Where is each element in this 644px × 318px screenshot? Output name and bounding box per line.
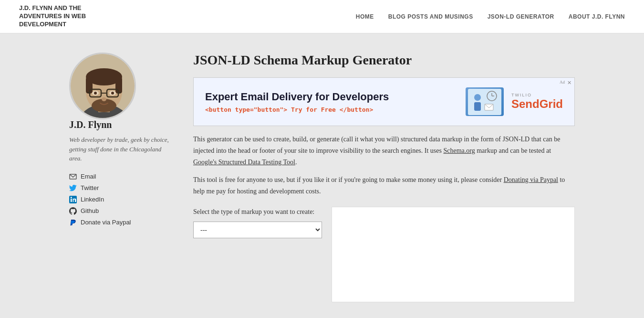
schema-org-link[interactable]: Schema.org	[443, 147, 475, 154]
github-icon	[69, 207, 77, 215]
svg-rect-20	[71, 199, 72, 202]
main-content: JSON-LD Schema Markup Generator Ad ✕ Exp…	[193, 53, 575, 302]
page-wrapper: J.D. Flynn Web developer by trade, geek …	[60, 33, 584, 318]
sendgrid-logo: TWILIO SendGrid	[511, 93, 563, 111]
sidebar-link-email: Email	[69, 173, 174, 180]
email-link[interactable]: Email	[81, 173, 96, 180]
sendgrid-name-grid: Grid	[540, 97, 563, 110]
ad-button-code-close: </button>	[340, 106, 373, 113]
sidebar-link-twitter: Twitter	[69, 184, 174, 192]
ad-right: TWILIO SendGrid	[466, 87, 563, 116]
generator-area: Select the type of markup you want to cr…	[193, 207, 575, 302]
sidebar-author-name: J.D. Flynn	[69, 119, 174, 130]
ad-button-code-open: <button type="button">	[205, 106, 287, 113]
ad-banner: Ad ✕ Expert Email Delivery for Developer…	[193, 77, 575, 126]
ad-try-label: Try for Free	[291, 106, 336, 113]
svg-point-17	[102, 97, 106, 101]
ad-illustration	[466, 87, 504, 116]
ad-headline: Expert Email Delivery for Developers	[205, 91, 389, 103]
page-title: JSON-LD Schema Markup Generator	[193, 53, 575, 68]
description-paragraph-1: This generator can be used to create, bu…	[193, 134, 575, 168]
github-link[interactable]: Github	[81, 207, 99, 214]
markup-type-label-text: Select the type of markup you want to cr…	[193, 208, 314, 215]
ad-button-code: <button type="button"> Try for Free </bu…	[205, 106, 389, 113]
sidebar-links: Email Twitter	[69, 173, 174, 226]
markup-type-label: Select the type of markup you want to cr…	[193, 207, 322, 217]
main-nav: HOME BLOG POSTS AND MUSINGS JSON-LD GENE…	[356, 13, 625, 20]
nav-blog[interactable]: BLOG POSTS AND MUSINGS	[388, 13, 473, 20]
donate-paypal-link[interactable]: Donating via Paypal	[504, 176, 558, 183]
email-icon	[69, 173, 77, 180]
svg-point-26	[474, 94, 481, 101]
svg-point-16	[111, 92, 114, 95]
sidebar-link-github: Github	[69, 207, 174, 215]
sidebar-link-linkedin: LinkedIn	[69, 196, 174, 203]
linkedin-link[interactable]: LinkedIn	[81, 196, 104, 203]
ad-close-icon[interactable]: ✕	[567, 80, 571, 86]
svg-point-21	[71, 197, 72, 198]
description-paragraph-2: This tool is free for anyone to use, but…	[193, 174, 575, 197]
linkedin-icon	[69, 196, 77, 203]
sidebar: J.D. Flynn Web developer by trade, geek …	[69, 53, 174, 302]
site-header: J.D. FLYNN AND THE ADVENTURES IN WEB DEV…	[0, 0, 644, 33]
nav-home[interactable]: HOME	[356, 13, 374, 20]
sendgrid-twilio: TWILIO	[511, 93, 532, 97]
ad-left: Expert Email Delivery for Developers <bu…	[205, 91, 389, 113]
twitter-link[interactable]: Twitter	[81, 184, 99, 191]
paypal-link[interactable]: Donate via Paypal	[81, 219, 131, 226]
generator-left: Select the type of markup you want to cr…	[193, 207, 322, 302]
sidebar-bio: Web developer by trade, geek by choice, …	[69, 135, 174, 163]
sidebar-link-paypal: Donate via Paypal	[69, 219, 174, 226]
avatar	[69, 53, 136, 119]
markup-type-select[interactable]: ---	[193, 222, 322, 238]
sendgrid-name: SendGrid	[511, 97, 563, 111]
generator-output	[332, 207, 575, 302]
twitter-icon	[69, 184, 77, 192]
nav-about[interactable]: ABOUT J.D. FLYNN	[569, 13, 625, 20]
site-title: J.D. FLYNN AND THE ADVENTURES IN WEB DEV…	[19, 4, 105, 29]
svg-rect-27	[474, 102, 481, 111]
svg-rect-22	[468, 89, 501, 115]
nav-jsonld[interactable]: JSON-LD GENERATOR	[488, 13, 554, 20]
sendgrid-name-send: Send	[511, 97, 540, 110]
paypal-icon	[69, 219, 77, 226]
google-testing-link[interactable]: Google's Structured Data Testing Tool	[193, 159, 295, 166]
ad-badge: Ad	[560, 80, 565, 85]
svg-point-15	[94, 92, 97, 95]
